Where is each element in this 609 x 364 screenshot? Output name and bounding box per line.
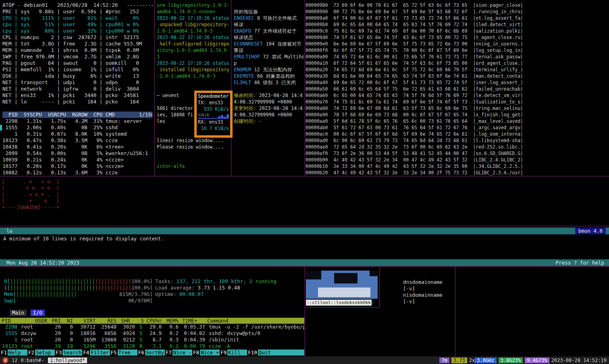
hexdump-line: 000009b0 69 6c 65 64 00 64 65 74 65 63 7…: [306, 21, 609, 28]
errno-line: 创建时间: -: [234, 118, 304, 124]
art-caption: ::clllool::lxxdxkxxkkOkk:: [306, 300, 374, 306]
atop-stat-line: NET | lo ---- | pcki 164 | pcko 164: [2, 99, 154, 105]
atop-stat-line: CPL | numcpu 2 | csw 287672 | intr 52175: [2, 34, 154, 41]
function-key-number: F1: [0, 350, 8, 356]
dpkg-log-line: unpacked libgirepository-: [157, 21, 230, 28]
errno-line: 重设: [234, 47, 304, 54]
htop-tab[interactable]: I/O: [31, 310, 45, 316]
dpkg-log-line: half-configured libgirepo: [157, 41, 230, 47]
function-key-button[interactable]: F8Nice +: [192, 350, 220, 356]
load-average-label: Load average:: [155, 285, 197, 291]
function-key-label: Filter: [90, 350, 110, 356]
session-number: 12: [12, 358, 17, 363]
art-block: [370, 271, 378, 276]
htop-process-row[interactable]: 10123root3919529635563120R7.10.10:00.79c…: [0, 343, 304, 350]
bmon-message: A minimum of 10 lines is required to dis…: [3, 236, 164, 242]
htop-process-row[interactable]: 1root200165M138609212S8.70.30:04.39/sbin…: [0, 337, 304, 343]
status-segment: 2x: [469, 358, 475, 363]
errno-line: ENOMEM 12 无法分配内存: [234, 66, 304, 73]
atop-process-row: 2298 1.31s 1.75s 4.2M 31% tmux: server: [2, 118, 154, 124]
atop-process-row: 2099 0.54s 0.00s 0B 5% kworker/u256:1: [2, 150, 154, 157]
byobu-badge[interactable]: @: [2, 357, 8, 363]
dpkg-log-line: 2023-08-22 17:10:26 status: [157, 60, 230, 66]
function-key-button[interactable]: F4Filter: [82, 350, 110, 356]
atop-stat-line: NET | network | ipfrw 0 | deliv 3604: [2, 86, 154, 92]
htop-column-header[interactable]: TIME+: [181, 318, 207, 324]
htop-process-table: PID USER PRI NI VIRT RES SHR S CPU%▽: [0, 318, 304, 350]
hostname-help-pane: dnsdomainname [-v] nisdomainname [-v]: [380, 267, 455, 356]
hostname-help-line: dnsdomainname: [403, 279, 455, 285]
function-key-button[interactable]: F9Kill: [220, 350, 247, 356]
htop-tab[interactable]: Main: [10, 310, 27, 316]
errno-lines: 持的地址族 ENOEXEC 8 可执行文件格式 错误 EBADFD 77 文件描…: [234, 8, 304, 124]
htop-column-header[interactable]: Command: [207, 318, 304, 324]
errno-line: ENOEXEC 8 可执行文件格式: [234, 15, 304, 21]
function-key-number: F9: [220, 350, 227, 356]
errno-line: EREMOTE 66 对象是远程的: [234, 73, 304, 79]
dpkg-log-line: ure libgirepository-1.0-1:: [157, 2, 230, 8]
dpkg-log-line: amd64 1.74.0-3 <none>: [157, 8, 230, 15]
atop-process-row: 10177 0.20s 0.17s 0K 5% <ccze>: [2, 163, 154, 170]
hexdump-line: 00000b20 47 4c 49 42 43 5f 32 2e 33 2e 3…: [306, 170, 609, 176]
function-key-button[interactable]: F7Nice -: [165, 350, 192, 356]
function-key-button[interactable]: F3Search: [55, 350, 82, 356]
htop-column-header[interactable]: SHR: [118, 318, 137, 324]
function-key-number: F3: [55, 350, 62, 356]
function-key-button[interactable]: F1Help: [0, 350, 27, 356]
htop-column-header[interactable]: PRI: [49, 318, 63, 324]
window-tab[interactable]: 0:bash#-: [21, 358, 44, 363]
function-key-label: Help: [8, 350, 27, 356]
bmon-version: bmon 4.0: [575, 228, 606, 234]
pane-border: [305, 0, 305, 176]
status-segments: 7m 3.73 2x 3.0GHz 3.8G23% 9.4G73% 2023-0…: [439, 358, 607, 363]
hexdump-line: 00000980 73 69 6f 6e 00 70 61 67 65 72 5…: [306, 2, 609, 8]
dpkg-log-line: installed libgirepository: [157, 66, 230, 73]
window-tab[interactable]: 1:hollywood*: [48, 358, 87, 363]
hexdump-line: 000009e0 6e 6e 69 6e 67 5f 69 6e 5f 75 7…: [306, 41, 609, 47]
hexdump-line: 00000b00 4c 49 42 43 5f 32 2e 34 00 47 4…: [306, 157, 609, 163]
function-key-button[interactable]: F2Setup: [27, 350, 55, 356]
dpkg-log-line: lines) resize window....: [157, 137, 230, 144]
atop-process-row: 10882 0.12s 0.13s 3.6M 3% ccze: [2, 170, 154, 176]
function-key-number: F7: [165, 350, 173, 356]
pane-border: [305, 267, 305, 356]
randomart-line: | + o = o |: [2, 185, 98, 191]
function-key-button[interactable]: F5Tree: [110, 350, 137, 356]
status-segment: 9.4G73%: [525, 358, 549, 363]
hexdump-pane: 00000980 73 69 6f 6e 00 70 61 67 65 72 5…: [306, 0, 609, 176]
resource-meter: 0[||||||||||||||||||||||||||||||||||||||…: [4, 278, 153, 285]
errno-line: 修改时间: 2023-08-28 14:4: [234, 92, 304, 99]
randomart-line: +----[SHA256]-----+: [2, 204, 98, 211]
htop-process-row[interactable]: 1555dxzyw2001801668564924S24.90.20:04.82…: [0, 330, 304, 337]
function-key-label: Quit: [258, 350, 278, 356]
speedometer-title: Speedometer: [198, 93, 229, 99]
atop-stat-line: PRC | sys 9.88s | user 6.50s | #proc 252: [2, 8, 154, 15]
errno-line: 4:08.327999998 +0800: [234, 112, 304, 118]
randomart-lines: | . o = o | | + o = o | | . = o + . | | …: [2, 178, 98, 211]
tasks-running: ; 2 running: [243, 278, 276, 284]
htop-column-header[interactable]: S: [137, 318, 146, 324]
atop-pane: ATOP - debian01 2023/08/28 14:52:20 ----…: [0, 0, 154, 176]
hostname-help-line: [-v]: [403, 298, 455, 305]
hexdump-line: 00000a30 6d 61 6e 00 64 65 74 65 63 74 5…: [306, 73, 609, 79]
speedometer-tx-label: TX: ens33: [198, 99, 229, 106]
htop-column-header[interactable]: CPU%▽: [146, 318, 164, 324]
errno-line: ECONNRESET 104 连接被对方: [234, 41, 304, 47]
speedometer-graph: 32KiB: [198, 112, 229, 119]
htop-column-header[interactable]: PID: [0, 318, 19, 324]
function-key-bar-filler: [278, 350, 304, 356]
htop-column-header[interactable]: RES: [98, 318, 118, 324]
function-keys: F1Help F2Setup F3Search F4Filter F5Tree …: [0, 350, 278, 356]
function-key-button[interactable]: F10Quit: [247, 350, 278, 356]
hexdump-line: 00000ac0 00 6c 6f 67 5f 6f 6f 6d 5f 69 6…: [306, 131, 609, 137]
art-block: [334, 273, 358, 283]
atop-stat-line: PSI | memfull 1% | iosome 1% | iofull 0%: [2, 66, 154, 73]
htop-column-header[interactable]: MEM%: [164, 318, 181, 324]
function-key-button[interactable]: F6SortBy: [137, 350, 165, 356]
htop-column-header[interactable]: USER: [19, 318, 49, 324]
dpkg-log-line: 1.0-1:amd64 1.74.0-3: [157, 28, 230, 34]
htop-column-header[interactable]: NI: [63, 318, 75, 324]
resource-meter: 1[||||||||||||||||||||||||||||||||||||||…: [4, 285, 153, 291]
htop-column-header[interactable]: VIRT: [75, 318, 98, 324]
htop-process-row[interactable]: 2298root20030712256483020S29.00.60:05.37…: [0, 324, 304, 330]
